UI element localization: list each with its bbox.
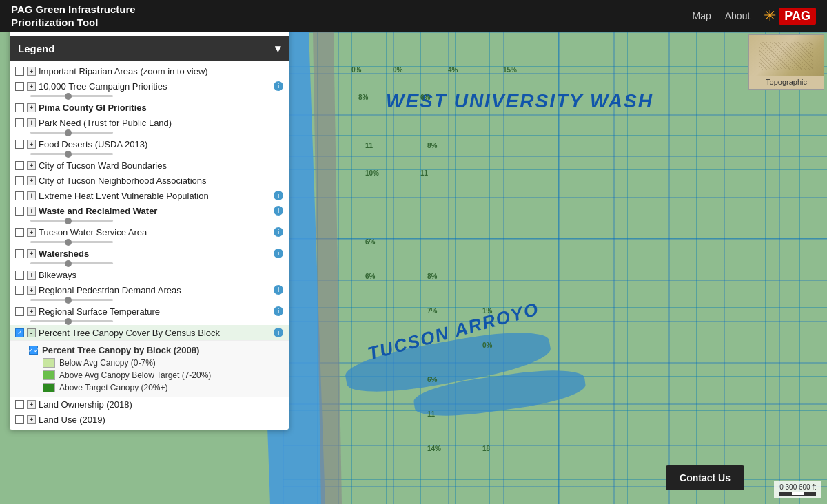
ward-expand[interactable]: + [27, 161, 36, 170]
tucson-water-slider[interactable] [30, 241, 113, 243]
watersheds-cb[interactable] [15, 249, 24, 258]
list-item: - Percent Tree Canopy Cover By Census Bl… [10, 325, 289, 340]
list-item: + Pima County GI Priorities [10, 100, 289, 115]
waste-cb[interactable] [15, 207, 24, 216]
map-pct-16: 0% [482, 342, 492, 349]
watersheds-slider-thumb[interactable] [65, 260, 72, 267]
tucson-water-expand[interactable]: + [27, 228, 36, 237]
food-deserts-expand[interactable]: + [27, 140, 36, 149]
watersheds-info-icon[interactable]: i [274, 249, 283, 258]
bikeways-cb[interactable] [15, 271, 24, 280]
above-target-swatch [43, 383, 55, 392]
nav-map-link[interactable]: Map [693, 10, 711, 21]
map-pct-8: 8% [427, 142, 437, 149]
food-deserts-slider-row [10, 153, 289, 158]
tree-canopy-info-icon[interactable]: i [274, 328, 283, 337]
legend-header[interactable]: Legend ▾ [10, 36, 289, 61]
heat-expand[interactable]: + [27, 191, 36, 200]
map-pct-4: 15% [503, 66, 517, 74]
map-pct-1: 0% [351, 66, 361, 74]
pedestrian-slider-thumb[interactable] [65, 297, 72, 304]
waste-slider-thumb[interactable] [65, 218, 72, 224]
bikeways-label: Bikeways [39, 270, 283, 280]
map-pct-20: 18 [482, 445, 490, 452]
heat-info-icon[interactable]: i [274, 191, 283, 200]
park-need-slider[interactable] [30, 132, 113, 134]
map-pct-5: 8% [358, 94, 368, 101]
land-ownership-expand[interactable]: + [27, 400, 36, 409]
park-need-expand[interactable]: + [27, 118, 36, 127]
map-pct-9: 10% [365, 169, 379, 177]
park-need-slider-thumb[interactable] [65, 129, 72, 136]
tucson-water-slider-thumb[interactable] [65, 239, 72, 246]
waste-expand[interactable]: + [27, 207, 36, 216]
land-use-cb[interactable] [15, 415, 24, 424]
land-use-expand[interactable]: + [27, 415, 36, 424]
tree-campaign-checkbox[interactable] [15, 82, 24, 91]
map-pct-11: 6% [365, 238, 375, 246]
pag-logo-text: PAG [779, 8, 816, 25]
surface-temp-info-icon[interactable]: i [274, 306, 283, 316]
surface-temp-slider[interactable] [30, 320, 113, 322]
pima-gi-expand[interactable]: + [27, 103, 36, 112]
food-deserts-slider[interactable] [30, 153, 113, 155]
tree-campaign-slider[interactable] [30, 95, 113, 97]
waste-slider[interactable] [30, 220, 113, 222]
map-pct-3: 4% [448, 66, 458, 74]
tree-canopy-cb[interactable] [15, 328, 24, 337]
land-ownership-cb[interactable] [15, 400, 24, 409]
riparian-expand[interactable]: + [27, 67, 36, 76]
pedestrian-label: Regional Pedestrian Demand Areas [39, 285, 271, 295]
tucson-water-info-icon[interactable]: i [274, 227, 283, 237]
bikeways-expand[interactable]: + [27, 271, 36, 280]
map-pct-7: 11 [365, 142, 373, 149]
topo-thumbnail[interactable]: Topographic [748, 34, 824, 90]
list-item: + City of Tucson Neighborhood Associatio… [10, 173, 289, 188]
pedestrian-expand[interactable]: + [27, 286, 36, 295]
tree-canopy-sub-section: ✓ Percent Tree Canopy by Block (2008) Be… [10, 340, 289, 397]
watersheds-expand[interactable]: + [27, 249, 36, 258]
nav-about-link[interactable]: About [725, 10, 751, 21]
neighborhood-cb[interactable] [15, 176, 24, 185]
pag-star-icon: ✳ [764, 7, 776, 25]
food-deserts-checkbox[interactable] [15, 140, 24, 149]
pedestrian-slider[interactable] [30, 299, 113, 301]
ward-cb[interactable] [15, 161, 24, 170]
riparian-checkbox[interactable] [15, 67, 24, 76]
surface-temp-slider-thumb[interactable] [65, 318, 72, 325]
pedestrian-cb[interactable] [15, 286, 24, 295]
tree-campaign-expand[interactable]: + [27, 82, 36, 91]
surface-temp-expand[interactable]: + [27, 307, 36, 316]
canopy-sub-checkbox[interactable]: ✓ [29, 346, 38, 355]
scale-bar: 0 300 600 ft [774, 481, 821, 498]
tree-canopy-expand[interactable]: - [27, 328, 36, 337]
tree-campaign-slider-row [10, 95, 289, 100]
above-avg-label: Above Avg Canopy Below Target (7-20%) [59, 370, 211, 380]
pima-gi-checkbox[interactable] [15, 103, 24, 112]
waste-info-icon[interactable]: i [274, 206, 283, 216]
pedestrian-info-icon[interactable]: i [274, 285, 283, 295]
surface-temp-slider-row [10, 320, 289, 325]
list-item: + City of Tucson Ward Boundaries [10, 158, 289, 173]
legend-title: Legend [18, 43, 54, 54]
tree-canopy-label: Percent Tree Canopy Cover By Census Bloc… [39, 328, 271, 338]
park-need-checkbox[interactable] [15, 118, 24, 127]
heat-cb[interactable] [15, 191, 24, 200]
list-item: + Important Riparian Areas (zoom in to v… [10, 63, 289, 78]
surface-temp-cb[interactable] [15, 307, 24, 316]
tree-campaign-slider-thumb[interactable] [65, 93, 72, 100]
topo-map-preview [749, 35, 824, 76]
watersheds-slider[interactable] [30, 262, 113, 264]
legend-panel: + Find Address: Legend ▾ + Important Rip… [10, 10, 289, 430]
sub-item-canopy-header: ✓ Percent Tree Canopy by Block (2008) [29, 344, 283, 357]
contact-us-button[interactable]: Contact Us [666, 465, 744, 490]
list-item: + Regional Pedestrian Demand Areas i [10, 282, 289, 297]
above-target-label: Above Target Canopy (20%+) [59, 383, 168, 392]
app-title: PAG Green Infrastructure Prioritization … [11, 3, 136, 30]
neighborhood-expand[interactable]: + [27, 176, 36, 185]
food-deserts-slider-thumb[interactable] [65, 151, 72, 158]
tree-campaign-info-icon[interactable]: i [274, 81, 283, 91]
list-item: + Waste and Reclaimed Water i [10, 203, 289, 218]
tucson-water-cb[interactable] [15, 228, 24, 237]
list-item: + Park Need (Trust for Public Land) [10, 115, 289, 130]
